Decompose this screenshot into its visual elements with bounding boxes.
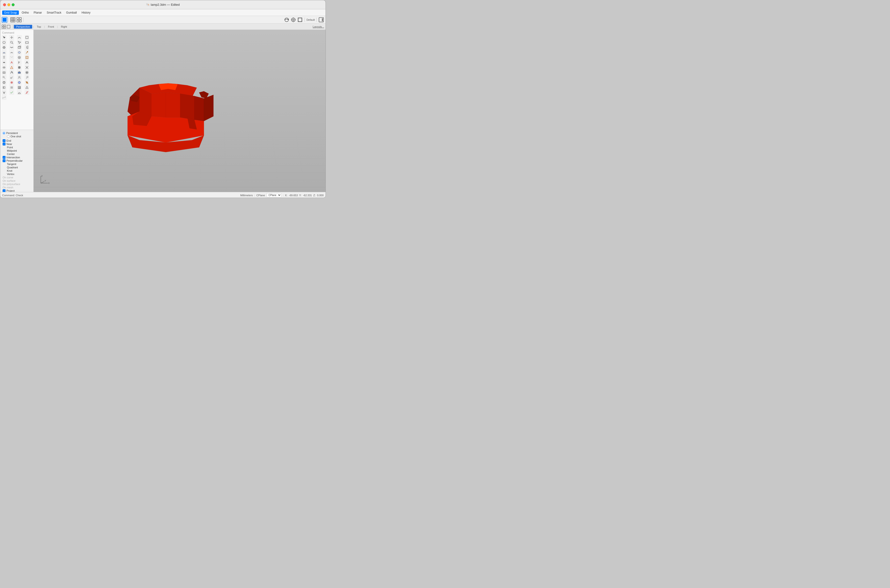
snap-point[interactable]: Point: [6, 146, 32, 149]
viewtab-grid-icon[interactable]: [2, 24, 6, 29]
menu-planar[interactable]: Planar: [32, 10, 44, 15]
tool-f[interactable]: [9, 60, 14, 65]
tool-p[interactable]: [24, 70, 29, 75]
snap-persistent[interactable]: Persistent: [2, 131, 32, 135]
tool-point[interactable]: [9, 35, 14, 40]
tool-surf3[interactable]: [17, 50, 22, 55]
viewtab-top[interactable]: Top: [35, 25, 44, 28]
target-btn[interactable]: [290, 17, 296, 22]
viewport-3d[interactable]: Z X Y: [34, 30, 326, 192]
tool-curve[interactable]: [17, 35, 22, 40]
snap-project[interactable]: Project: [2, 189, 32, 192]
tool-y[interactable]: [2, 85, 6, 90]
snap-midpoint[interactable]: Midpoint: [6, 149, 32, 152]
layouts-button[interactable]: Layouts...: [313, 25, 324, 28]
snap-onmesh[interactable]: On mesh: [2, 186, 32, 189]
orbit-btn[interactable]: [284, 17, 290, 22]
tool-gg[interactable]: [2, 95, 6, 100]
tool-3d2[interactable]: [17, 45, 22, 50]
snap-vertex[interactable]: Vertex: [6, 172, 32, 176]
maximize-button[interactable]: [12, 3, 15, 6]
snap-intersection[interactable]: Intersection: [2, 156, 32, 159]
oneshot-radio[interactable]: [7, 135, 9, 138]
tool-w[interactable]: [17, 80, 22, 85]
snap-quadrant[interactable]: Quadrant: [6, 166, 32, 169]
menu-smarttrack[interactable]: SmartTrack: [45, 10, 63, 15]
tool-x[interactable]: [24, 80, 29, 85]
tool-e[interactable]: [2, 60, 6, 65]
snap-onpolysurface[interactable]: On polysurface: [2, 182, 32, 186]
tool-n[interactable]: [9, 70, 14, 75]
menu-gridsnap[interactable]: Grid Snap: [2, 10, 19, 15]
tool-3d1[interactable]: [2, 45, 6, 50]
tool-t[interactable]: [24, 75, 29, 80]
tool-z[interactable]: [9, 85, 14, 90]
tool-i[interactable]: [2, 65, 6, 70]
tool-s[interactable]: [17, 75, 22, 80]
tool-ff[interactable]: [24, 90, 29, 95]
tool-ee[interactable]: [17, 90, 22, 95]
tool-cc[interactable]: [2, 90, 6, 95]
tool-u[interactable]: [2, 80, 6, 85]
perpendicular-checkbox[interactable]: [3, 159, 6, 162]
tool-g[interactable]: [17, 60, 22, 65]
tool-c[interactable]: [17, 55, 22, 60]
tool-rect[interactable]: [24, 40, 29, 45]
near-checkbox[interactable]: [3, 142, 6, 146]
tool-d[interactable]: [24, 55, 29, 60]
snap-tangent[interactable]: Tangent: [6, 162, 32, 166]
tool-grid[interactable]: [10, 17, 16, 22]
tool-l[interactable]: [24, 65, 29, 70]
tool-dd[interactable]: [9, 90, 14, 95]
snap-knot[interactable]: Knot: [6, 169, 32, 172]
viewport-icon[interactable]: [2, 17, 8, 22]
svg-line-64: [12, 76, 13, 78]
snap-perpendicular[interactable]: Perpendicular: [2, 159, 32, 162]
tool-grid2[interactable]: [16, 17, 22, 22]
snap-center[interactable]: Center: [6, 152, 32, 156]
viewtab-perspective[interactable]: Perspective: [14, 25, 32, 28]
tool-k[interactable]: [17, 65, 22, 70]
tool-arrow[interactable]: [24, 50, 29, 55]
minimize-button[interactable]: [8, 3, 10, 6]
tool-select[interactable]: [2, 35, 6, 40]
viewtab-right[interactable]: Right: [59, 25, 70, 28]
intersection-checkbox[interactable]: [3, 156, 6, 159]
tool-surf1[interactable]: [2, 50, 6, 55]
cplane-select[interactable]: CPlane World: [266, 193, 281, 197]
tool-o[interactable]: [17, 70, 22, 75]
viewtab-single-icon[interactable]: [6, 24, 11, 29]
tool-aa[interactable]: [17, 85, 22, 90]
tool-b[interactable]: [9, 55, 14, 60]
tool-polygon[interactable]: [24, 35, 29, 40]
snap-near[interactable]: Near: [2, 142, 32, 146]
viewtab-front[interactable]: Front: [45, 25, 57, 28]
square-btn[interactable]: [297, 17, 303, 22]
tool-wave[interactable]: [9, 45, 14, 50]
snap-end[interactable]: End: [2, 139, 32, 142]
tool-bb[interactable]: [24, 85, 29, 90]
end-checkbox[interactable]: [3, 139, 6, 142]
menu-gumball[interactable]: Gumball: [64, 10, 79, 15]
tool-a[interactable]: [2, 55, 6, 60]
tool-j[interactable]: [9, 65, 14, 70]
snap-oncurve[interactable]: On curve: [2, 176, 32, 179]
close-button[interactable]: [3, 3, 6, 6]
snap-oneshot[interactable]: One shot: [6, 135, 32, 138]
layout-btn[interactable]: [318, 17, 324, 22]
snap-onsurface[interactable]: On surface: [2, 179, 32, 182]
tool-h[interactable]: [24, 60, 29, 65]
tool-zoom[interactable]: [9, 40, 14, 45]
tool-circle[interactable]: [2, 40, 6, 45]
tool-select2[interactable]: [17, 40, 22, 45]
tool-v[interactable]: [9, 80, 14, 85]
menu-history[interactable]: History: [80, 10, 92, 15]
menu-ortho[interactable]: Ortho: [20, 10, 31, 15]
tool-spiral[interactable]: [24, 45, 29, 50]
tool-r[interactable]: [9, 75, 14, 80]
tool-surf2[interactable]: [9, 50, 14, 55]
tool-m[interactable]: [2, 70, 6, 75]
persistent-radio[interactable]: [3, 132, 5, 135]
tool-q[interactable]: [2, 75, 6, 80]
project-checkbox[interactable]: [3, 189, 6, 192]
